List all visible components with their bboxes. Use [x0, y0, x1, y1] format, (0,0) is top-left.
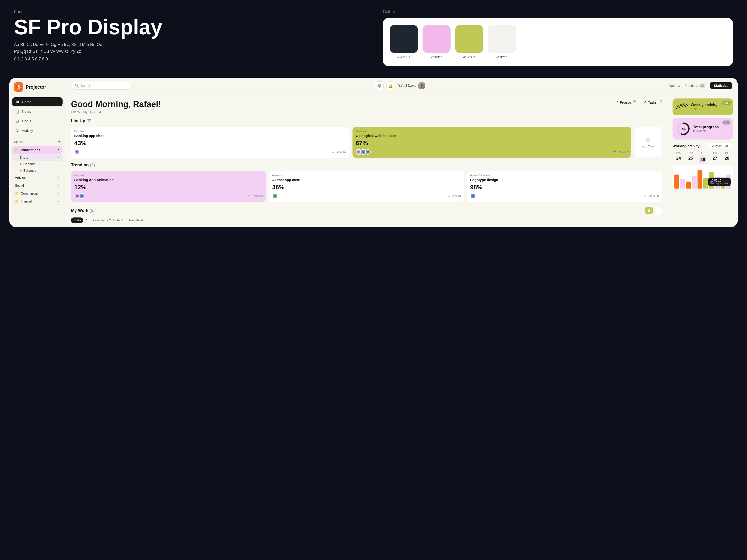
mywork-grid-button[interactable]: ⊞: [654, 207, 662, 214]
font-name: SF Pro Display: [14, 17, 364, 37]
sidebar-item-goals[interactable]: ◎ Goals: [12, 116, 62, 126]
mywork-list-button[interactable]: ☰: [645, 207, 653, 214]
sidebar-item-commercial[interactable]: 📁 Commercial ∨: [12, 190, 62, 197]
todo-pill[interactable]: To do 15: [71, 217, 91, 223]
done-pill[interactable]: Done 15: [113, 218, 125, 222]
tab-statistics[interactable]: Statistics: [710, 82, 732, 89]
mywork-title: My Work (3): [71, 208, 95, 213]
mywork-section: My Work (3) ☰ ⊞: [71, 207, 662, 214]
tab-agenda[interactable]: Agenda: [669, 84, 680, 87]
sidebar-item-home[interactable]: ⊞ Home: [12, 97, 62, 106]
tasks-stat[interactable]: ↗ Tasks (15): [643, 99, 662, 105]
sidebar-item-activity[interactable]: ⏱ Activity: [12, 126, 62, 135]
progress-info: Total progress this week: [693, 125, 719, 133]
avatar-1: 👤: [74, 149, 80, 155]
arrow-icon: ↗: [615, 99, 618, 105]
notifications-button[interactable]: 🔔: [386, 81, 395, 90]
weekly-badge: +3%: [722, 101, 731, 105]
chevron-down-icon: ∨: [58, 184, 60, 187]
settings-button[interactable]: ⚙️: [375, 81, 384, 90]
chevron-down-icon: ∨: [58, 192, 60, 195]
progress-circle: 55%: [676, 122, 690, 136]
tab-mentions[interactable]: Mentions 10: [685, 83, 705, 88]
font-label: Font: [14, 9, 364, 14]
trending-row: Dribbble Banking App Animation 12% 👤 👤 ⏱…: [71, 171, 662, 202]
lineup-card-2[interactable]: Behance Geological website case 67% 👤 👤 …: [353, 127, 631, 158]
trending-card-2[interactable]: Behance AI chat app case 36% 👤 ⏱ 6:30:43: [269, 171, 464, 202]
font-section: Font SF Pro Display Aa Bb Cc Dd Ee Ff Gg…: [14, 9, 364, 66]
dribbble-dot: [20, 163, 22, 165]
sidebar-item-internal[interactable]: 📁 Internal ∨: [12, 197, 62, 205]
chart-tooltip: 10:59:16 Banking app shot: [708, 178, 731, 186]
app-card: 🎯 Projector ⊞ Home 📋 Notes ◎ Goals ⏱ Act…: [9, 78, 738, 227]
comments-pill[interactable]: Comments 2: [93, 218, 111, 222]
mywork-pills: To do 15 Comments 2 Done 15 Delegate 4: [71, 217, 662, 223]
weekly-activity-chart: [676, 102, 688, 111]
chevron-down-icon: ∨: [58, 176, 60, 179]
font-alphabet: Aa Bb Cc Dd Ee Ff Gg Hh Ii Jj Kk Ll Mm N…: [14, 41, 364, 55]
lineup-row: Dribbble Banking app shot 43% 👤 ⏱ 23:00:…: [71, 127, 662, 158]
sidebar-spaces: Spaces +: [9, 135, 66, 146]
search-bar[interactable]: 🔍 Search: [71, 82, 132, 89]
folder-icon: 📁: [15, 192, 19, 195]
mywork-actions: ☰ ⊞: [645, 207, 662, 214]
date-range[interactable]: ‹ July 24 – 28 ›: [707, 143, 733, 149]
lineup-card-1[interactable]: Dribbble Banking app shot 43% 👤 ⏱ 23:00:…: [71, 127, 350, 158]
chart-bar: [697, 170, 702, 189]
activity-chart: 10:59:16 Banking app shot: [672, 165, 733, 189]
chart-bar: [692, 176, 697, 189]
day-numbers: 24 25 26 27 28: [672, 156, 733, 163]
projects-stat[interactable]: ↗ Projects (4): [615, 99, 636, 105]
sidebar-item-shots[interactable]: Shots ∧: [12, 154, 62, 161]
sidebar-item-publications[interactable]: 📁 Publications ∧: [12, 146, 62, 154]
trending-card-1[interactable]: Dribbble Banking App Animation 12% 👤 👤 ⏱…: [71, 171, 266, 202]
add-icon: ⊕: [646, 137, 650, 143]
sidebar-item-articles[interactable]: Articles ∨: [12, 174, 62, 181]
add-task-card[interactable]: ⊕ Add Task: [634, 127, 662, 158]
spaces-add-button[interactable]: +: [58, 139, 61, 144]
delegate-pill[interactable]: Delegate 4: [128, 218, 143, 222]
dashboard-main: Good Morning, Rafael! Friday, July 26, 2…: [66, 94, 668, 227]
working-activity-section: Working activity ‹ July 24 – 28 › Wed Th…: [672, 143, 733, 189]
lineup-title: LineUp (2): [71, 118, 662, 124]
colors-label: Colors: [383, 9, 733, 14]
app-header: 🔍 Search ⚙️ 🔔 Rafael Davis 👤 Agenda Ment…: [66, 78, 738, 94]
search-placeholder: Search: [81, 84, 91, 87]
swatch-1: #1e2631: [390, 25, 418, 59]
user-info: Rafael Davis 👤: [397, 82, 425, 89]
sidebar-item-behance[interactable]: Behance: [12, 167, 62, 174]
colors-section: Colors #1e2631 #f2b8eb #c0c954 #f3f2ec: [383, 9, 733, 66]
chart-bar: [680, 179, 685, 189]
chevron-down-icon: ∨: [58, 200, 60, 203]
weekly-sub: 58%: [691, 107, 717, 111]
search-icon: 🔍: [75, 84, 79, 87]
chart-bar: [686, 182, 691, 189]
weekly-activity-card: +3% Weekly activity 58%: [672, 99, 733, 115]
working-activity-title: Working activity ‹ July 24 – 28 ›: [672, 143, 733, 149]
svg-text:55%: 55%: [681, 128, 686, 130]
progress-badge: +7%: [722, 121, 731, 125]
behance-dot: [20, 170, 22, 171]
sidebar-item-social[interactable]: Social ∨: [12, 182, 62, 189]
total-progress-card: +7% 55% Total progress this week: [672, 118, 733, 139]
avatar-t1b: 👤: [79, 193, 84, 199]
welcome-stats: ↗ Projects (4) ↗ Tasks (15): [615, 99, 662, 105]
swatch-4: #f3f2ec: [488, 25, 516, 59]
day-labels: Wed Thu Fri Sat Sun: [672, 151, 733, 154]
right-panel: +3% Weekly activity 58%: [668, 94, 738, 227]
sidebar-item-dribbble[interactable]: Dribbble: [12, 161, 62, 167]
sidebar-item-notes[interactable]: 📋 Notes: [12, 107, 62, 116]
sidebar-logo: 🎯 Projector: [9, 82, 66, 97]
header-nav: Agenda Mentions 10 Statistics: [669, 82, 732, 89]
avatar-2c: 👤: [365, 149, 371, 155]
sidebar-folders: 📁 Publications ∧ Shots ∧ Dribbble Behanc…: [9, 146, 66, 206]
chevron-right-icon: ›: [730, 144, 731, 148]
weekly-title: Weekly activity: [691, 103, 717, 107]
welcome-title: Good Morning, Rafael!: [71, 99, 161, 109]
trending-card-3[interactable]: Ronas IT internal Logotype design 98% 👤 …: [467, 171, 662, 202]
sidebar: 🎯 Projector ⊞ Home 📋 Notes ◎ Goals ⏱ Act…: [9, 78, 66, 227]
folder-icon: 📁: [15, 148, 19, 152]
avatar-t3: 👤: [470, 193, 476, 199]
user-avatar: 👤: [418, 82, 425, 89]
color-swatches: #1e2631 #f2b8eb #c0c954 #f3f2ec: [383, 18, 733, 66]
